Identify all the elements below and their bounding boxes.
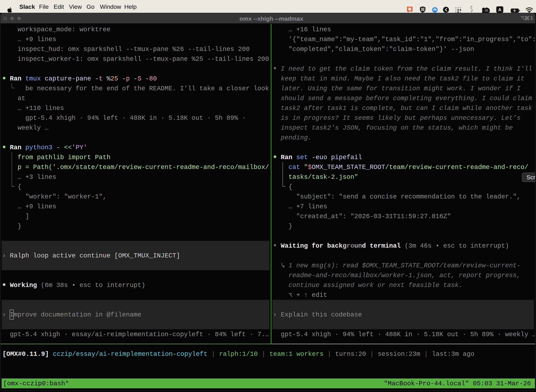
svg-text:..61: ..61 [484, 9, 488, 12]
svg-text:A: A [498, 7, 501, 12]
